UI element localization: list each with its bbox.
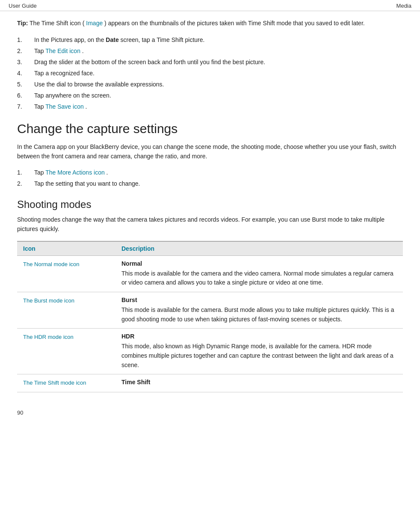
- step-num: 7.: [17, 102, 34, 111]
- step-text: Tap The More Actions icon .: [34, 168, 403, 177]
- step-item: 6. Tap anywhere on the screen.: [17, 91, 403, 100]
- mode-name: Normal: [121, 260, 397, 267]
- step-num: 1.: [17, 36, 34, 44]
- step-item: 2. Tap The Edit icon .: [17, 47, 403, 56]
- mode-desc: This mode is available for the camera. B…: [121, 305, 397, 324]
- table-row: The HDR mode iconHDRThis mode, also know…: [17, 329, 403, 374]
- mode-name: HDR: [121, 333, 397, 340]
- section-capture-title: Change the capture settings: [17, 122, 403, 136]
- steps-list-1: 1. In the Pictures app, on the Date scre…: [17, 36, 403, 111]
- step-text: In the Pictures app, on the Date screen,…: [34, 36, 403, 44]
- step-num: 3.: [17, 58, 34, 67]
- step-item: 7. Tap The Save icon .: [17, 102, 403, 111]
- description-cell: NormalThis mode is available for the cam…: [115, 255, 403, 292]
- col-icon-header: Icon: [17, 242, 115, 256]
- table-row: The Burst mode iconBurstThis mode is ava…: [17, 292, 403, 328]
- description-cell: BurstThis mode is available for the came…: [115, 292, 403, 328]
- tip-block: Tip: The Time Shift icon ( Image ) appea…: [17, 19, 403, 28]
- mode-desc: This mode, also known as High Dynamic Ra…: [121, 342, 397, 370]
- mode-desc: This mode is available for the camera an…: [121, 269, 397, 288]
- step-item: 2. Tap the setting that you want to chan…: [17, 179, 403, 188]
- step-text: Drag the slider at the bottom of the scr…: [34, 58, 403, 67]
- section-capture-desc: In the Camera app on your BlackBerry dev…: [17, 142, 403, 161]
- step-item: 4. Tap a recognized face.: [17, 69, 403, 78]
- step-item: 1. In the Pictures app, on the Date scre…: [17, 36, 403, 44]
- steps-list-2: 1. Tap The More Actions icon . 2. Tap th…: [17, 168, 403, 188]
- step-num: 5.: [17, 80, 34, 89]
- icon-cell: The Normal mode icon: [17, 255, 115, 292]
- section-shooting-title: Shooting modes: [17, 199, 403, 211]
- tip-text1: The Time Shift icon (: [28, 20, 86, 27]
- step-num: 6.: [17, 91, 34, 100]
- header-left: User Guide: [9, 3, 37, 9]
- shooting-modes-table: Icon Description The Normal mode iconNor…: [17, 242, 403, 393]
- header-right: Media: [396, 3, 411, 9]
- page-number: 90: [17, 409, 23, 416]
- step-num: 2.: [17, 179, 34, 188]
- section-shooting-desc: Shooting modes change the way that the c…: [17, 215, 403, 234]
- step-num: 1.: [17, 168, 34, 177]
- icon-cell: The Time Shift mode icon: [17, 374, 115, 392]
- icon-cell: The Burst mode icon: [17, 292, 115, 328]
- step-text: Use the dial to browse the available exp…: [34, 80, 403, 89]
- main-content: Tip: The Time Shift icon ( Image ) appea…: [0, 11, 420, 405]
- mode-name: Burst: [121, 297, 397, 303]
- step-text: Tap The Save icon .: [34, 102, 403, 111]
- step-item: 1. Tap The More Actions icon .: [17, 168, 403, 177]
- tip-image-label: Image: [86, 20, 103, 27]
- col-desc-header: Description: [115, 242, 403, 256]
- step-num: 4.: [17, 69, 34, 78]
- table-row: The Time Shift mode iconTime Shift: [17, 374, 403, 392]
- step-text: Tap The Edit icon .: [34, 47, 403, 56]
- shooting-modes-table-wrapper: Icon Description The Normal mode iconNor…: [17, 241, 403, 393]
- step-text: Tap the setting that you want to change.: [34, 179, 403, 188]
- description-cell: HDRThis mode, also known as High Dynamic…: [115, 329, 403, 374]
- tip-label: Tip:: [17, 20, 28, 27]
- step-num: 2.: [17, 47, 34, 56]
- step-text: Tap anywhere on the screen.: [34, 91, 403, 100]
- step-item: 5. Use the dial to browse the available …: [17, 80, 403, 89]
- step-item: 3. Drag the slider at the bottom of the …: [17, 58, 403, 67]
- footer-bar: 90: [0, 405, 420, 420]
- step-text: Tap a recognized face.: [34, 69, 403, 78]
- header-bar: User Guide Media: [0, 0, 420, 11]
- table-header-row: Icon Description: [17, 242, 403, 256]
- tip-text2: ) appears on the thumbnails of the pictu…: [103, 20, 364, 27]
- table-row: The Normal mode iconNormalThis mode is a…: [17, 255, 403, 292]
- icon-cell: The HDR mode icon: [17, 329, 115, 374]
- description-cell: Time Shift: [115, 374, 403, 392]
- mode-name: Time Shift: [121, 379, 397, 386]
